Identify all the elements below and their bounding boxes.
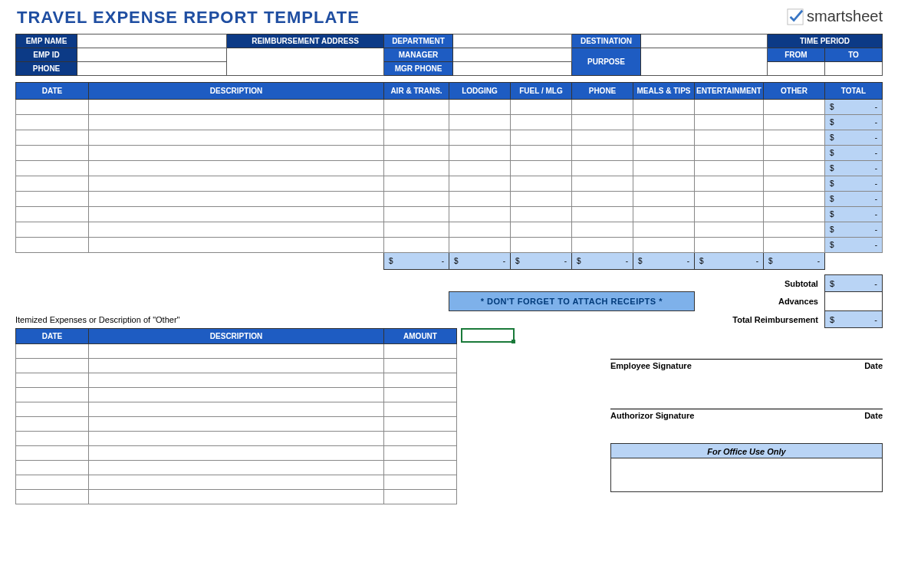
expense-cell[interactable] <box>16 176 89 192</box>
expense-cell[interactable] <box>384 115 449 130</box>
expense-cell[interactable] <box>511 222 572 238</box>
expense-cell[interactable] <box>16 146 89 161</box>
field-purpose[interactable] <box>641 48 768 76</box>
itemized-cell[interactable] <box>89 388 384 402</box>
itemized-cell[interactable] <box>384 417 457 432</box>
itemized-cell[interactable] <box>16 359 89 373</box>
expense-cell[interactable] <box>89 222 384 238</box>
expense-cell[interactable] <box>511 115 572 130</box>
expense-cell[interactable] <box>633 130 695 146</box>
itemized-cell[interactable] <box>384 344 457 359</box>
expense-cell[interactable] <box>89 192 384 207</box>
field-phone[interactable] <box>77 62 227 76</box>
expense-cell[interactable] <box>511 161 572 176</box>
expense-cell[interactable] <box>695 222 764 238</box>
expense-cell[interactable] <box>449 130 511 146</box>
expense-cell[interactable] <box>695 115 764 130</box>
expense-cell[interactable] <box>384 146 449 161</box>
itemized-cell[interactable] <box>89 402 384 417</box>
authorizor-signature-line[interactable]: Authorizor Signature Date <box>610 409 883 420</box>
expense-cell[interactable] <box>572 146 633 161</box>
expense-cell[interactable] <box>572 176 633 192</box>
expense-cell[interactable] <box>449 207 511 222</box>
expense-cell[interactable] <box>695 100 764 115</box>
expense-cell[interactable] <box>633 238 695 253</box>
itemized-cell[interactable] <box>384 475 457 490</box>
expense-cell[interactable] <box>764 130 825 146</box>
expense-cell[interactable] <box>572 192 633 207</box>
itemized-cell[interactable] <box>89 475 384 490</box>
field-destination[interactable] <box>641 34 768 48</box>
expense-cell[interactable] <box>449 161 511 176</box>
itemized-cell[interactable] <box>384 446 457 461</box>
expense-cell[interactable] <box>16 115 89 130</box>
expense-cell[interactable] <box>633 222 695 238</box>
expense-cell[interactable] <box>16 161 89 176</box>
expense-cell[interactable] <box>572 207 633 222</box>
itemized-cell[interactable] <box>89 359 384 373</box>
itemized-cell[interactable] <box>89 373 384 388</box>
itemized-cell[interactable] <box>384 359 457 373</box>
expense-cell[interactable] <box>633 192 695 207</box>
expense-cell[interactable] <box>695 176 764 192</box>
expense-cell[interactable] <box>764 207 825 222</box>
expense-cell[interactable] <box>16 100 89 115</box>
field-mgr-phone[interactable] <box>453 62 572 76</box>
expense-cell[interactable] <box>89 146 384 161</box>
expense-cell[interactable] <box>384 161 449 176</box>
expense-cell[interactable] <box>16 222 89 238</box>
expense-cell[interactable] <box>695 161 764 176</box>
itemized-cell[interactable] <box>384 461 457 475</box>
itemized-cell[interactable] <box>89 446 384 461</box>
expense-cell[interactable] <box>384 222 449 238</box>
expense-cell[interactable] <box>572 161 633 176</box>
expense-cell[interactable] <box>89 176 384 192</box>
expense-cell[interactable] <box>764 100 825 115</box>
expense-cell[interactable] <box>572 100 633 115</box>
expense-cell[interactable] <box>572 115 633 130</box>
itemized-cell[interactable] <box>16 432 89 446</box>
expense-cell[interactable] <box>511 207 572 222</box>
expense-cell[interactable] <box>572 130 633 146</box>
expense-cell[interactable] <box>511 238 572 253</box>
field-reimb-addr[interactable] <box>227 48 384 76</box>
expense-cell[interactable] <box>449 192 511 207</box>
itemized-cell[interactable] <box>16 402 89 417</box>
field-from[interactable] <box>768 62 825 76</box>
itemized-cell[interactable] <box>16 373 89 388</box>
expense-cell[interactable] <box>695 146 764 161</box>
expense-cell[interactable] <box>449 100 511 115</box>
itemized-cell[interactable] <box>384 402 457 417</box>
field-emp-name[interactable] <box>77 34 227 48</box>
expense-cell[interactable] <box>384 176 449 192</box>
expense-cell[interactable] <box>511 176 572 192</box>
expense-cell[interactable] <box>633 115 695 130</box>
itemized-cell[interactable] <box>384 490 457 504</box>
expense-cell[interactable] <box>764 222 825 238</box>
itemized-cell[interactable] <box>89 432 384 446</box>
expense-cell[interactable] <box>695 130 764 146</box>
expense-cell[interactable] <box>572 238 633 253</box>
expense-cell[interactable] <box>384 207 449 222</box>
itemized-cell[interactable] <box>89 461 384 475</box>
value-advances[interactable] <box>824 292 882 311</box>
expense-cell[interactable] <box>764 192 825 207</box>
itemized-cell[interactable] <box>89 490 384 504</box>
expense-cell[interactable] <box>764 238 825 253</box>
itemized-cell[interactable] <box>16 388 89 402</box>
expense-cell[interactable] <box>384 192 449 207</box>
itemized-cell[interactable] <box>89 417 384 432</box>
field-emp-id[interactable] <box>77 48 227 62</box>
itemized-cell[interactable] <box>89 344 384 359</box>
expense-cell[interactable] <box>89 161 384 176</box>
expense-cell[interactable] <box>633 161 695 176</box>
expense-cell[interactable] <box>764 161 825 176</box>
expense-cell[interactable] <box>16 238 89 253</box>
expense-cell[interactable] <box>695 192 764 207</box>
expense-cell[interactable] <box>695 207 764 222</box>
itemized-cell[interactable] <box>16 344 89 359</box>
expense-cell[interactable] <box>89 238 384 253</box>
expense-cell[interactable] <box>633 146 695 161</box>
itemized-cell[interactable] <box>384 388 457 402</box>
expense-cell[interactable] <box>16 207 89 222</box>
